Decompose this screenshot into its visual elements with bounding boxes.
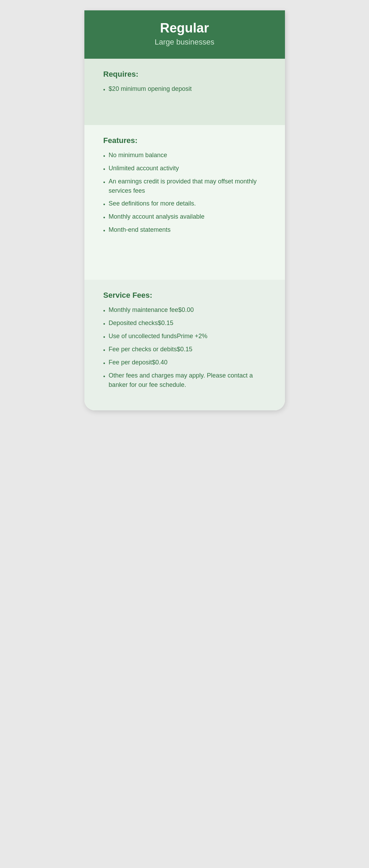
fee-label: Deposited checks — [109, 318, 158, 328]
requires-list: • $20 minimum opening deposit — [103, 84, 266, 94]
feature-item-text: See definitions for more details. — [109, 199, 196, 208]
fee-value: $0.15 — [177, 345, 218, 354]
feature-item-text: Monthly account analysis available — [109, 212, 204, 221]
fee-value: $0.00 — [178, 305, 220, 315]
account-type-title: Regular — [98, 21, 271, 36]
fee-row: Use of uncollected funds Prime +2% — [109, 332, 218, 341]
bullet-icon: • — [103, 359, 105, 368]
fee-row: Fee per deposit $0.40 — [109, 358, 193, 367]
features-list: • No minimum balance • Unlimited account… — [103, 151, 266, 235]
bullet-icon: • — [103, 200, 105, 209]
card-header: Regular Large businesses — [84, 10, 285, 59]
fee-value: $0.15 — [158, 318, 199, 328]
list-item: • Deposited checks $0.15 — [103, 318, 266, 328]
bullet-icon: • — [103, 152, 105, 160]
bullet-icon: • — [103, 165, 105, 173]
list-item: • Other fees and charges may apply. Plea… — [103, 371, 266, 390]
feature-item-text: No minimum balance — [109, 151, 167, 160]
fee-row: Fee per checks or debits $0.15 — [109, 345, 218, 354]
list-item: • Month-end statements — [103, 225, 266, 235]
list-item: • Fee per deposit $0.40 — [103, 358, 266, 368]
fee-note-text: Other fees and charges may apply. Please… — [109, 371, 266, 390]
bullet-icon: • — [103, 320, 105, 328]
bullet-icon: • — [103, 372, 105, 381]
bullet-icon: • — [103, 227, 105, 235]
fee-value: Prime +2% — [177, 332, 218, 341]
feature-item-text: Unlimited account activity — [109, 164, 179, 173]
requires-section: Requires: • $20 minimum opening deposit — [84, 59, 285, 125]
features-heading: Features: — [103, 136, 266, 145]
service-fees-heading: Service Fees: — [103, 291, 266, 300]
feature-item-text: An earnings credit is provided that may … — [109, 177, 266, 195]
list-item: • Use of uncollected funds Prime +2% — [103, 332, 266, 341]
bullet-icon: • — [103, 86, 105, 94]
bullet-icon: • — [103, 307, 105, 315]
bullet-icon: • — [103, 178, 105, 187]
fee-row: Deposited checks $0.15 — [109, 318, 199, 328]
fee-label: Use of uncollected funds — [109, 332, 177, 341]
list-item: • Fee per checks or debits $0.15 — [103, 345, 266, 354]
requires-heading: Requires: — [103, 70, 266, 79]
feature-item-text: Month-end statements — [109, 225, 170, 235]
fee-label: Monthly maintenance fee — [109, 305, 178, 315]
list-item: • $20 minimum opening deposit — [103, 84, 266, 94]
fee-label: Fee per deposit — [109, 358, 152, 367]
list-item: • An earnings credit is provided that ma… — [103, 177, 266, 195]
bullet-icon: • — [103, 333, 105, 341]
account-subtitle: Large businesses — [98, 38, 271, 47]
requires-item-text: $20 minimum opening deposit — [109, 84, 192, 94]
features-section: Features: • No minimum balance • Unlimit… — [84, 125, 285, 280]
bullet-icon: • — [103, 346, 105, 354]
fee-row: Monthly maintenance fee $0.00 — [109, 305, 220, 315]
service-fees-section: Service Fees: • Monthly maintenance fee … — [84, 280, 285, 410]
account-card: Regular Large businesses Requires: • $20… — [84, 10, 285, 410]
fees-list: • Monthly maintenance fee $0.00 • Deposi… — [103, 305, 266, 390]
list-item: • See definitions for more details. — [103, 199, 266, 209]
fee-label: Fee per checks or debits — [109, 345, 177, 354]
list-item: • Monthly maintenance fee $0.00 — [103, 305, 266, 315]
list-item: • Unlimited account activity — [103, 164, 266, 173]
list-item: • Monthly account analysis available — [103, 212, 266, 222]
bullet-icon: • — [103, 213, 105, 222]
fee-value: $0.40 — [152, 358, 193, 367]
list-item: • No minimum balance — [103, 151, 266, 160]
